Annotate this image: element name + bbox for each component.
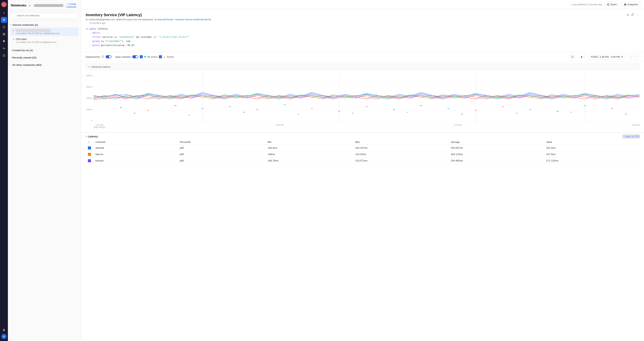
row-average-1: 253.047ms [448,145,544,151]
share-button[interactable]: Share [604,2,619,7]
sidebar-title: Notebooks [11,4,26,7]
other-section-header[interactable]: › All other notebooks (452) [10,63,78,67]
row-customer-2: hipcore [93,151,178,158]
errors-checkbox[interactable]: ✓ [159,55,162,58]
nav-notebooks[interactable] [1,17,7,23]
row-percentile-1: p95 [178,145,266,151]
latency-title-wrap: ▾ Latency [86,135,98,138]
time-next-button[interactable]: › [634,54,640,60]
nav-alerts[interactable] [1,24,7,30]
deployments-label: Deployments [86,56,100,58]
check-icon: ✓ [570,3,572,6]
code-toggle[interactable]: ▶ [86,27,88,31]
svg-point-42 [502,106,504,107]
pipe-1: | [90,31,91,35]
recent-section-header[interactable]: › Recently viewed (10) [10,56,78,60]
main-content: ✓ Last updated 11 seconds ago Share Snap… [81,0,644,341]
lightstep-icon: ⊞ [86,18,88,21]
created-section-label: Created by me (1) [12,49,33,52]
create-notebook-button[interactable]: + Create notebook [65,3,78,8]
row-value-2: 247.5ms [544,151,640,158]
row-checkbox-2[interactable]: ✓ [88,153,91,156]
search-input[interactable] [10,13,78,19]
copy-icon[interactable]: ⧉ [626,13,629,17]
nav-hamburger[interactable]: ≡ [1,10,7,16]
svg-point-44 [556,111,559,112]
code-line-3: | filter service == "inventory" && custo… [86,35,640,39]
span-samples-toggle[interactable] [132,55,138,58]
svg-point-37 [366,106,368,107]
recent-section-label: Recently viewed (10) [12,56,36,59]
y-label-200: 200ms [86,97,92,99]
export-csv-button[interactable]: ↓ Export to CSV [623,135,640,138]
more-icon[interactable]: ⋮ [636,13,640,17]
created-section: › Created by me (1) [8,46,81,54]
row-checkbox-3[interactable]: ✓ [88,159,91,162]
x-label-330: 3:30 PM [632,124,640,128]
svg-point-55 [570,112,572,113]
th-min: Min [266,140,353,145]
advanced-options[interactable]: + Advanced options [86,64,640,70]
svg-rect-8 [4,33,5,34]
no-errors-checkbox[interactable]: ✓ [140,55,143,58]
search-wrap [8,10,81,21]
advanced-options-label: Advanced options [91,65,110,68]
starred-section: ▾ Starred notebooks (2) ★ ██████████████… [8,21,81,46]
svg-point-30 [174,105,176,106]
row-max-1: 324.167ms [353,145,448,151]
svg-point-16 [607,4,608,5]
code-line-4: | group_by ["customer"], sum [86,39,640,43]
no-errors-label: No errors [147,56,158,58]
row-value-1: 241.5ms [544,145,640,151]
code-keyword-groupby: group_by [92,39,104,43]
nav-history[interactable] [1,53,7,59]
snapshot-button[interactable]: Snapshot [622,2,640,7]
meta-link[interactable]: [ls-internal] Rachel - Inventory Service… [154,18,211,21]
starred-section-header[interactable]: ▾ Starred notebooks (2) [10,23,78,27]
svg-point-38 [393,109,395,110]
svg-point-33 [256,109,258,110]
svg-point-50 [297,114,300,115]
row-customer-3: kicksuit [93,158,178,164]
notebook-meta-1: Last edited: Feb 23 2024 by r in@lightst… [12,32,76,35]
deployments-toggle[interactable] [106,55,112,58]
time-prev-button[interactable]: ‹ [629,54,634,60]
svg-point-39 [420,105,422,106]
code-keyword-filter: filter [92,35,101,39]
svg-point-29 [147,110,149,111]
user-avatar[interactable]: R [1,334,6,339]
starred-notebook-1[interactable]: ★ ████████████████████ Last edited: Feb … [10,28,78,36]
chart-body: 400ms 300ms 200ms 100ms 0 [86,74,640,128]
nav-bell[interactable] [1,38,7,44]
camera-icon [624,3,626,6]
span-samples-control: Span samples ✓ No errors ✓ ▲ Errors [115,55,174,58]
code-line-5: | point percentile(value, 95.0) [86,43,640,47]
code-keyword-point: point [92,43,100,47]
nav-grid[interactable] [1,31,7,37]
share-icon [606,3,609,6]
pipe-3: | [90,39,91,43]
created-section-header[interactable]: › Created by me (1) [10,48,78,53]
sidebar-star-icon: ★ [28,4,31,7]
plus-icon: + [88,65,90,68]
svg-point-35 [311,108,313,109]
table-body: ✓ arborlily p95 140.4ms 324.167ms 253.04… [86,145,640,164]
link-icon[interactable] [631,13,634,17]
pipe-4: | [90,43,91,47]
nav-user-settings[interactable] [1,327,7,333]
chart-area: 400ms 300ms 200ms 100ms 0 [81,72,644,132]
play-button[interactable]: ▶ [579,54,585,60]
row-checkbox-1[interactable]: ✓ [88,146,91,149]
notebook-name-1: ████████████████████ [16,29,50,32]
x-label-245: 2:45 PM (GMT-08:00) [94,124,105,128]
table-header: ✓ customer Percentile Min Max Average Va… [86,140,640,145]
refresh-button[interactable] [570,54,575,60]
topbar: ✓ Last updated 11 seconds ago Share Snap… [81,0,644,9]
y-label-0: 0 [86,119,92,122]
nav-pulse[interactable] [1,46,7,52]
time-range-button[interactable]: FIXED 2:39 PM - 3:39 PM ▾ [588,54,625,59]
svg-point-54 [516,113,518,114]
collapse-icon[interactable]: ▾ [86,135,87,138]
meta-action: added this query from the dashboard: [116,18,154,21]
starred-notebook-2[interactable]: ★ CPU Alert Last edited: Feb 20 2024 by … [10,36,78,45]
